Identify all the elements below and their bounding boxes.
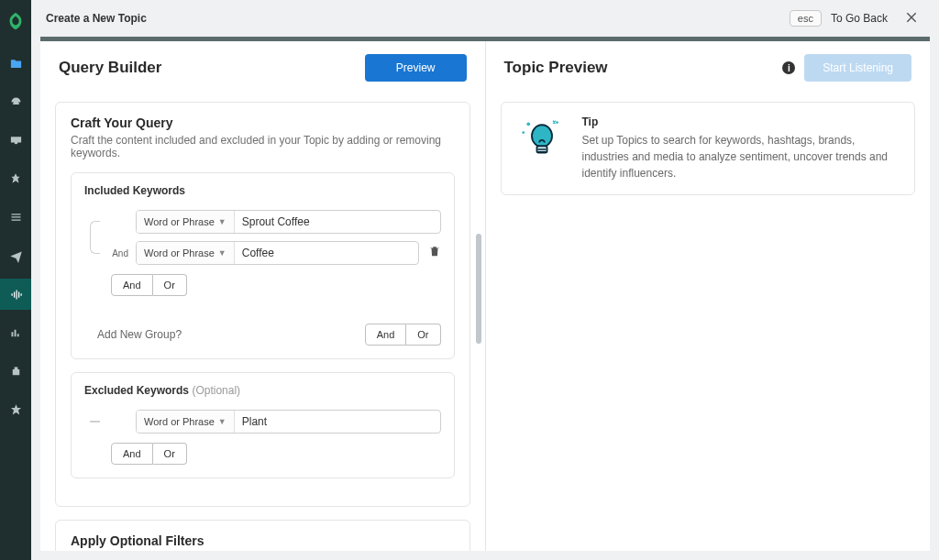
brand-logo xyxy=(6,11,26,31)
sidebar-item-reports[interactable] xyxy=(0,317,31,348)
and-button[interactable]: And xyxy=(111,274,153,296)
optional-filters-title: Apply Optional Filters xyxy=(71,533,455,548)
optional-filters-card: Apply Optional Filters Use Advanced Filt… xyxy=(55,520,470,551)
close-icon[interactable] xyxy=(904,10,919,27)
chevron-down-icon: ▼ xyxy=(218,417,226,426)
esc-key-hint: esc xyxy=(790,10,822,27)
group-or-button[interactable]: Or xyxy=(406,324,440,346)
sidebar-item-reviews[interactable] xyxy=(0,394,31,425)
sidebar-item-dashboard[interactable] xyxy=(0,86,31,117)
topic-preview-heading: Topic Preview xyxy=(504,59,608,77)
keyword-row: Word or Phrase ▼ Plant xyxy=(108,410,441,434)
or-button[interactable]: Or xyxy=(153,274,187,296)
info-icon[interactable]: i xyxy=(782,61,795,74)
keyword-row: Word or Phrase ▼ Sprout Coffee xyxy=(108,210,441,234)
tip-title: Tip xyxy=(582,115,900,128)
preview-button[interactable]: Preview xyxy=(365,54,467,82)
sidebar-item-inbox[interactable] xyxy=(0,125,31,156)
excluded-title-label: Excluded Keywords xyxy=(84,384,189,397)
add-new-group-row: Add New Group? And Or xyxy=(84,318,441,346)
tip-card: Tip Set up Topics to search for keywords… xyxy=(501,102,916,195)
query-builder-heading: Query Builder xyxy=(59,59,161,77)
keyword-value[interactable]: Plant xyxy=(235,411,440,433)
tip-body: Set up Topics to search for keywords, ha… xyxy=(582,132,900,181)
page-title: Create a New Topic xyxy=(46,12,147,25)
excluded-optional-label: (Optional) xyxy=(192,384,240,397)
lightbulb-icon xyxy=(516,117,568,163)
svg-point-3 xyxy=(531,125,551,147)
or-button[interactable]: Or xyxy=(153,443,187,465)
excluded-keywords-title: Excluded Keywords (Optional) xyxy=(84,384,441,397)
start-listening-button[interactable]: Start Listening xyxy=(804,54,911,82)
topbar: Create a New Topic esc To Go Back xyxy=(31,0,939,37)
sidebar-item-feed[interactable] xyxy=(0,202,31,233)
excluded-keywords-card: Excluded Keywords (Optional) Word or Phr… xyxy=(71,372,455,478)
query-builder-header: Query Builder Preview xyxy=(40,41,485,93)
sidebar-item-bot[interactable] xyxy=(0,356,31,387)
craft-query-title: Craft Your Query xyxy=(71,115,455,130)
sidebar-item-publishing[interactable] xyxy=(0,240,31,271)
keyword-input-combo[interactable]: Word or Phrase ▼ Plant xyxy=(136,410,441,434)
chevron-down-icon: ▼ xyxy=(218,248,226,258)
included-keywords-card: Included Keywords Word or Phrase ▼ Sprou… xyxy=(71,172,455,359)
sidebar-item-listening[interactable] xyxy=(0,279,31,310)
and-button[interactable]: And xyxy=(111,443,153,465)
go-back-label: To Go Back xyxy=(831,12,888,25)
connector-label: And xyxy=(108,248,128,258)
keyword-type-select[interactable]: Word or Phrase ▼ xyxy=(137,211,235,233)
included-keyword-group: Word or Phrase ▼ Sprout Coffee And xyxy=(84,210,441,265)
add-new-group-label: Add New Group? xyxy=(97,328,182,341)
global-sidebar xyxy=(0,0,31,560)
keyword-value[interactable]: Coffee xyxy=(235,242,418,264)
keyword-type-label: Word or Phrase xyxy=(144,247,215,258)
svg-point-1 xyxy=(522,131,525,134)
sidebar-item-pinned[interactable] xyxy=(0,163,31,194)
svg-point-0 xyxy=(526,123,530,126)
chevron-down-icon: ▼ xyxy=(218,217,226,226)
keyword-value[interactable]: Sprout Coffee xyxy=(235,211,440,233)
keyword-input-combo[interactable]: Word or Phrase ▼ Sprout Coffee xyxy=(136,210,441,234)
group-and-button[interactable]: And xyxy=(365,324,407,346)
included-keywords-title: Included Keywords xyxy=(84,184,441,197)
trash-icon[interactable] xyxy=(428,245,441,261)
scrollbar-thumb[interactable] xyxy=(476,234,481,344)
keyword-row: And Word or Phrase ▼ Coffee xyxy=(108,241,441,265)
keyword-type-select[interactable]: Word or Phrase ▼ xyxy=(137,242,235,264)
craft-query-desc: Craft the content included and excluded … xyxy=(71,134,455,159)
svg-point-2 xyxy=(556,121,558,124)
keyword-input-combo[interactable]: Word or Phrase ▼ Coffee xyxy=(136,241,419,265)
keyword-type-label: Word or Phrase xyxy=(144,216,215,227)
craft-query-card: Craft Your Query Craft the content inclu… xyxy=(55,102,470,507)
sidebar-item-folder[interactable] xyxy=(0,48,31,79)
excluded-keyword-group: Word or Phrase ▼ Plant xyxy=(84,410,441,434)
keyword-type-select[interactable]: Word or Phrase ▼ xyxy=(137,411,235,433)
keyword-type-label: Word or Phrase xyxy=(144,416,215,427)
topic-preview-header: Topic Preview i Start Listening xyxy=(486,41,931,93)
